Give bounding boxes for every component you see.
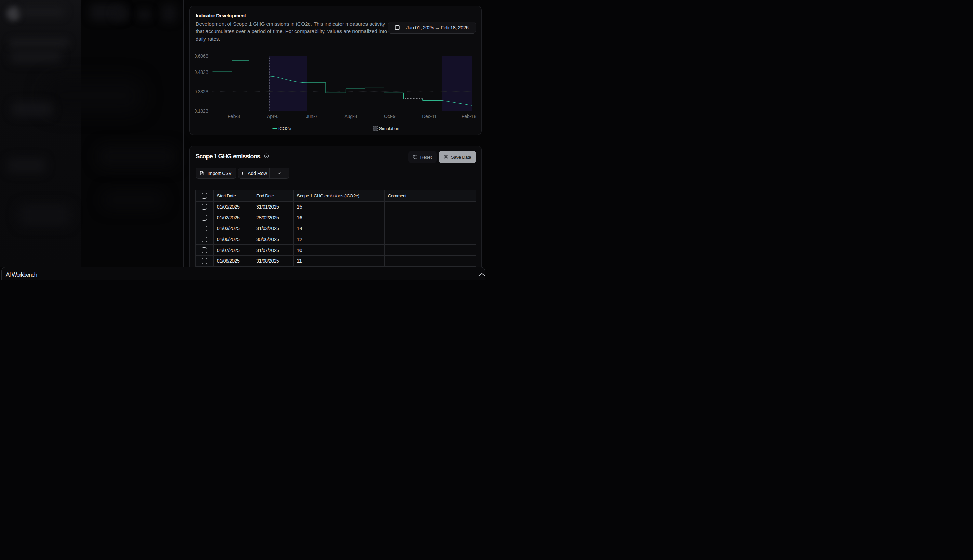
svg-text:0.4823: 0.4823 [195, 69, 208, 75]
svg-text:Simulation: Simulation [379, 126, 399, 131]
svg-text:Feb-3: Feb-3 [228, 113, 240, 119]
svg-text:Apr-6: Apr-6 [267, 113, 279, 119]
svg-text:0.6068: 0.6068 [195, 53, 208, 59]
svg-text:0.1823: 0.1823 [195, 108, 208, 114]
svg-text:Feb-18: Feb-18 [462, 113, 477, 119]
svg-text:Oct-9: Oct-9 [384, 113, 396, 119]
svg-text:tCO2e: tCO2e [278, 126, 291, 131]
svg-text:Dec-11: Dec-11 [422, 113, 437, 119]
svg-text:0.3323: 0.3323 [195, 89, 208, 94]
svg-text:Aug-8: Aug-8 [345, 113, 357, 119]
svg-text:Jun-7: Jun-7 [306, 113, 318, 119]
